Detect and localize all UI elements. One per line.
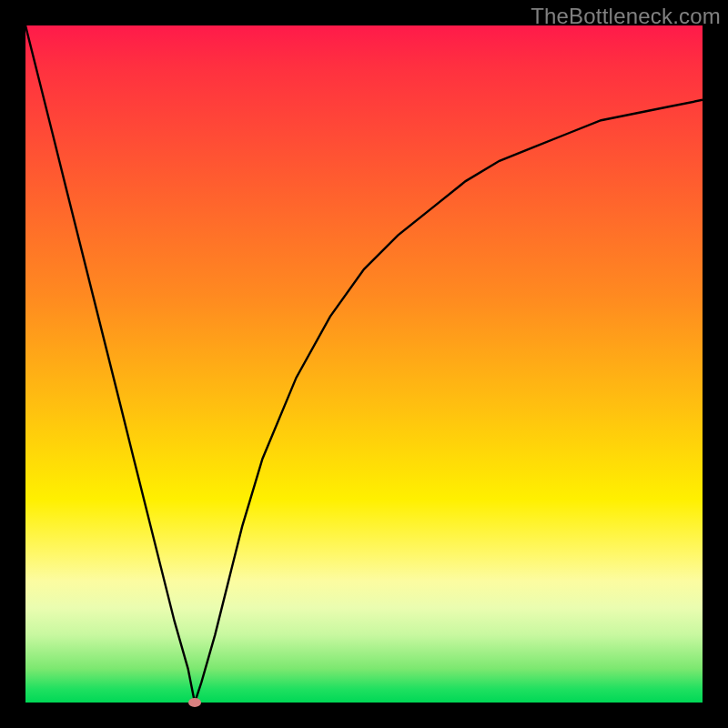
watermark-text: TheBottleneck.com [531,4,721,29]
chart-frame: TheBottleneck.com [0,0,728,728]
optimal-point-marker [188,698,201,707]
plot-area [25,25,703,703]
bottleneck-curve [25,25,703,703]
curve-svg [25,25,703,703]
